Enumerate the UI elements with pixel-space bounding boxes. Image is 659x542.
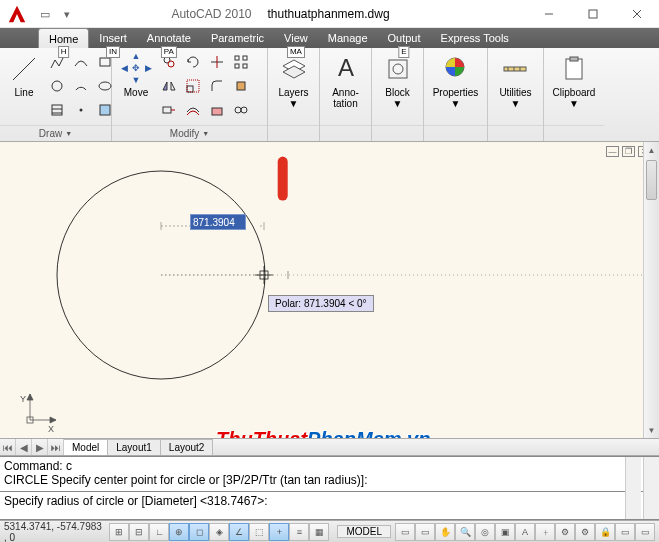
svg-rect-24	[163, 107, 171, 113]
tab-parametric[interactable]: Parametric	[201, 28, 274, 48]
svg-rect-23	[237, 82, 245, 90]
status-workspace-icon[interactable]: ⚙	[575, 523, 595, 541]
tool-line[interactable]: Line	[4, 51, 44, 125]
tab-view[interactable]: ViewMA	[274, 28, 318, 48]
status-qview-icon[interactable]: ▭	[395, 523, 415, 541]
layout-tab-strip: ⏮ ◀ ▶ ⏭ Model Layout1 Layout2	[0, 438, 659, 456]
layout-nav-next-icon[interactable]: ▶	[32, 439, 48, 455]
polar-tooltip: Polar: 871.3904 < 0°	[268, 295, 374, 312]
svg-point-28	[241, 107, 247, 113]
svg-point-7	[99, 82, 111, 90]
svg-rect-33	[504, 67, 526, 71]
svg-rect-38	[570, 57, 578, 61]
tab-home[interactable]: HomeH	[38, 28, 89, 48]
draw-hatch-icon[interactable]	[46, 99, 68, 121]
status-annoscale-icon[interactable]: A	[515, 523, 535, 541]
layout-tab-model[interactable]: Model	[64, 439, 108, 455]
status-ducs-icon[interactable]: ⬚	[249, 523, 269, 541]
status-clean-icon[interactable]: ▭	[635, 523, 655, 541]
status-hardware-icon[interactable]: ▭	[615, 523, 635, 541]
layout-tab-2[interactable]: Layout2	[161, 439, 214, 455]
layout-tab-1[interactable]: Layout1	[108, 439, 161, 455]
tab-insert[interactable]: InsertIN	[89, 28, 137, 48]
layout-nav-last-icon[interactable]: ⏭	[48, 439, 64, 455]
svg-rect-20	[243, 64, 247, 68]
modify-scale-icon[interactable]	[182, 75, 204, 97]
vertical-scrollbar[interactable]: ▲▼	[643, 142, 659, 438]
modify-fillet-icon[interactable]	[206, 75, 228, 97]
status-toolbar-lock-icon[interactable]: 🔒	[595, 523, 615, 541]
tab-express-tools[interactable]: Express Tools	[431, 28, 519, 48]
status-zoom-icon[interactable]: 🔍	[455, 523, 475, 541]
modify-stretch-icon[interactable]	[158, 99, 180, 121]
status-wheel-icon[interactable]: ◎	[475, 523, 495, 541]
status-showmotion-icon[interactable]: ▣	[495, 523, 515, 541]
status-qp-icon[interactable]: ▦	[309, 523, 329, 541]
modify-array-icon[interactable]	[230, 51, 252, 73]
command-scrollbar[interactable]	[643, 457, 659, 519]
draw-point-icon[interactable]	[70, 99, 92, 121]
svg-rect-19	[235, 64, 239, 68]
panel-layers[interactable]: Layers▼	[274, 51, 314, 125]
dynamic-input[interactable]	[190, 214, 246, 230]
panel-annotation[interactable]: A Anno- tation	[326, 51, 366, 125]
modify-explode-icon[interactable]	[230, 75, 252, 97]
app-logo[interactable]	[0, 0, 34, 28]
ribbon-tab-strip: HomeH InsertIN AnnotatePA Parametric Vie…	[0, 28, 659, 48]
svg-text:A: A	[337, 54, 353, 81]
status-qvlayout-icon[interactable]: ▭	[415, 523, 435, 541]
svg-point-27	[235, 107, 241, 113]
status-annoauto-icon[interactable]: ⚙	[555, 523, 575, 541]
svg-point-11	[80, 109, 83, 112]
svg-rect-30	[389, 60, 407, 78]
status-ortho-icon[interactable]: ∟	[149, 523, 169, 541]
maximize-button[interactable]	[571, 0, 615, 28]
status-3dosnap-icon[interactable]: ◈	[209, 523, 229, 541]
status-pan-icon[interactable]: ✋	[435, 523, 455, 541]
layout-nav-prev-icon[interactable]: ◀	[16, 439, 32, 455]
status-osnap-icon[interactable]: ◻	[189, 523, 209, 541]
status-grid-icon[interactable]: ⊟	[129, 523, 149, 541]
draw-spline-icon[interactable]	[70, 51, 92, 73]
status-polar-icon[interactable]: ⊕	[169, 523, 189, 541]
status-lwt-icon[interactable]: ≡	[289, 523, 309, 541]
minimize-button[interactable]	[527, 0, 571, 28]
drawing-canvas[interactable]: — ❐ ✕ Polar: 871.3904 < 0°	[0, 142, 659, 438]
qat-new-icon[interactable]: ▭	[36, 5, 54, 23]
status-snap-icon[interactable]: ⊞	[109, 523, 129, 541]
modify-trim-icon[interactable]	[206, 51, 228, 73]
tab-annotate[interactable]: AnnotatePA	[137, 28, 201, 48]
watermark: ThuThuatPhanMem.vn	[216, 428, 430, 438]
modify-offset-icon[interactable]	[182, 99, 204, 121]
status-otrack-icon[interactable]: ∠	[229, 523, 249, 541]
status-annovisibility-icon[interactable]: ⍭	[535, 523, 555, 541]
panel-utilities[interactable]: Utilities▼	[495, 51, 535, 125]
command-window[interactable]: Command: c CIRCLE Specify center point f…	[0, 456, 659, 520]
status-bar: 5314.3741, -574.7983 , 0 ⊞ ⊟ ∟ ⊕ ◻ ◈ ∠ ⬚…	[0, 520, 659, 542]
modify-rotate-icon[interactable]	[182, 51, 204, 73]
panel-clipboard[interactable]: Clipboard▼	[549, 51, 600, 125]
panel-draw-title[interactable]: Draw▼	[0, 125, 111, 141]
draw-circle-icon[interactable]	[46, 75, 68, 97]
svg-point-31	[393, 64, 403, 74]
tool-move[interactable]: ▲ ◀✥▶ ▼ Move	[116, 51, 156, 125]
close-button[interactable]	[615, 0, 659, 28]
layout-nav-first-icon[interactable]: ⏮	[0, 439, 16, 455]
tab-output[interactable]: OutputE	[378, 28, 431, 48]
qat-open-icon[interactable]: ▾	[58, 5, 76, 23]
draw-arc-icon[interactable]	[70, 75, 92, 97]
modify-mirror-icon[interactable]	[158, 75, 180, 97]
modify-join-icon[interactable]	[230, 99, 252, 121]
command-grip[interactable]	[625, 457, 641, 519]
panel-modify-title[interactable]: Modify▼	[112, 125, 267, 141]
panel-properties[interactable]: Properties▼	[429, 51, 483, 125]
status-model-badge[interactable]: MODEL	[337, 525, 391, 538]
status-dyn-icon[interactable]: +	[269, 523, 289, 541]
panel-block[interactable]: Block▼	[378, 51, 418, 125]
svg-rect-18	[243, 56, 247, 60]
command-prompt[interactable]: Specify radius of circle or [Diameter] <…	[4, 494, 655, 508]
modify-erase-icon[interactable]	[206, 99, 228, 121]
tab-manage[interactable]: Manage	[318, 28, 378, 48]
svg-point-6	[52, 81, 62, 91]
svg-rect-5	[100, 58, 110, 66]
